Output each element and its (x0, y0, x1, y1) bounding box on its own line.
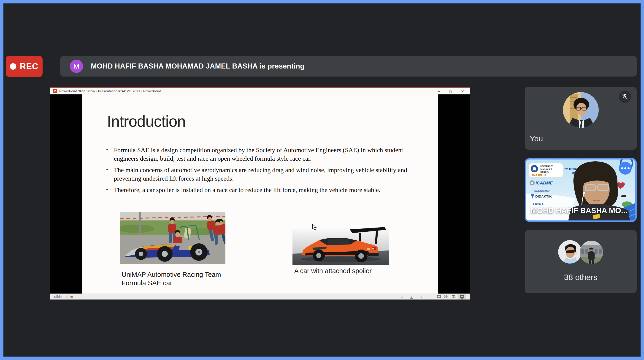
caption-line: Formula SAE car (122, 279, 221, 287)
others-count-label: 38 others (525, 273, 637, 282)
recording-dot-icon (10, 63, 16, 70)
figure-caption-right: A car with attached spoiler (294, 267, 372, 275)
slideshow-stage: Introduction • Formula SAE is a design c… (50, 94, 470, 294)
participant-tile-you[interactable]: You (525, 87, 637, 150)
slideshow-view-icon (460, 295, 464, 299)
special-thanks-label: Special T (533, 203, 543, 205)
powerpoint-icon: P (53, 89, 57, 93)
bullet-icon: • (106, 186, 114, 194)
presenter-avatar: M (70, 60, 83, 73)
bullet-item: • The main concerns of automotive aerody… (106, 166, 413, 183)
minimize-button[interactable]: – (437, 90, 441, 93)
university-text-2: MALAYSIA (540, 168, 552, 171)
formula-sae-car-image (120, 212, 226, 264)
slideshow-controls: ‹ › (399, 294, 466, 299)
reading-view-button[interactable] (451, 294, 456, 299)
sponsor-label: Main Sponsor (534, 190, 550, 192)
university-text-1: UNIVERSITI (540, 165, 553, 168)
slide-indicator: Slide 2 of 16 (54, 295, 73, 299)
recording-label: REC (20, 62, 38, 71)
powerpoint-window: P PowerPoint Slide Show - Presentation I… (50, 87, 470, 299)
caption-line: UniMAP Automotive Racing Team (122, 270, 221, 279)
participant-tile-others[interactable]: 38 others (525, 230, 637, 293)
participant-label-you: You (530, 134, 543, 143)
slide-title: Introduction (107, 112, 186, 130)
university-text-3: PERLIS (540, 171, 548, 174)
sponsor-name: DIDAKTIK (535, 194, 552, 198)
annotation-pen-icon (410, 295, 414, 299)
participant-tile-presenter[interactable]: UNIVERSITI MALAYSIA PERLIS U MAP PERLIS … (525, 158, 637, 222)
restore-icon (449, 90, 452, 93)
slide-bullet-list: • Formula SAE is a design competition or… (106, 146, 413, 197)
figure-caption-left: UniMAP Automotive Racing Team Formula SA… (122, 270, 221, 287)
slide-sorter-view-button[interactable] (444, 294, 449, 299)
powerpoint-statusbar: Slide 2 of 16 ‹ › (50, 294, 470, 299)
window-controls: – ✕ (437, 88, 464, 95)
presenter-avatar-initial: M (74, 62, 80, 70)
presenting-message: MOHD HAFIF BASHA MOHAMAD JAMEL BASHA is … (91, 62, 304, 70)
bullet-item: • Therefore, a car spoiler is installed … (106, 186, 413, 194)
other-participant-avatar (580, 241, 603, 264)
reading-view-icon (452, 295, 456, 299)
more-options-button[interactable] (619, 162, 632, 174)
bullet-icon: • (106, 166, 114, 183)
next-slide-button[interactable]: › (418, 294, 424, 299)
icadme-logo-text: ICADME (536, 181, 553, 186)
slideshow-view-button[interactable] (458, 294, 466, 299)
unimap-logo-text: U MAP PERLIS (530, 174, 546, 177)
powerpoint-titlebar[interactable]: P PowerPoint Slide Show - Presentation I… (50, 87, 470, 94)
powerpoint-icon-letter: P (54, 89, 56, 93)
previous-slide-button[interactable]: ‹ (399, 294, 404, 299)
slide: Introduction • Formula SAE is a design c… (82, 94, 438, 294)
normal-view-button[interactable] (436, 294, 442, 299)
orange-car-with-spoiler-image (292, 226, 389, 265)
meeting-screen: REC M MOHD HAFIF BASHA MOHAMAD JAMEL BAS… (0, 0, 644, 360)
close-button[interactable]: ✕ (460, 90, 464, 93)
normal-view-icon (437, 295, 441, 299)
presenting-banner: M MOHD HAFIF BASHA MOHAMAD JAMEL BASHA i… (60, 56, 637, 77)
bullet-text: Therefore, a car spoiler is installed on… (114, 186, 380, 194)
mouse-cursor (312, 224, 318, 231)
slide-sorter-icon (444, 295, 448, 299)
bullet-text: Formula SAE is a design competition orga… (114, 146, 413, 163)
recording-badge: REC (6, 56, 42, 77)
mic-off-icon (619, 91, 631, 103)
bullet-item: • Formula SAE is a design competition or… (106, 146, 413, 163)
restore-button[interactable] (448, 90, 453, 93)
bullet-icon: • (106, 146, 114, 163)
view-buttons (436, 294, 466, 299)
bullet-text: The main concerns of automotive aerodyna… (114, 166, 413, 183)
you-avatar (563, 92, 599, 128)
presenter-name-label: MOHD HAFIF BASHA MO... (531, 206, 627, 215)
other-participant-avatar (558, 240, 582, 264)
window-title: PowerPoint Slide Show - Presentation ICA… (59, 89, 161, 93)
annotation-pen-button[interactable] (409, 294, 414, 299)
